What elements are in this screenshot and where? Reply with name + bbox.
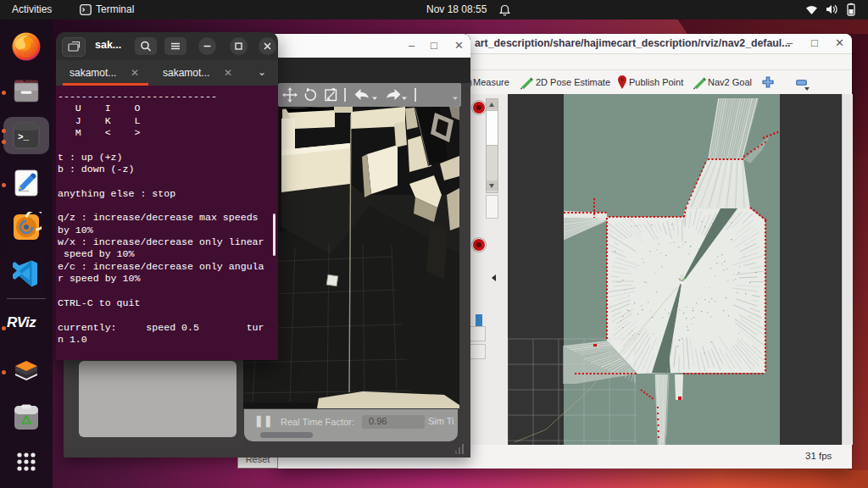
- svg-text:>_: >_: [18, 132, 30, 142]
